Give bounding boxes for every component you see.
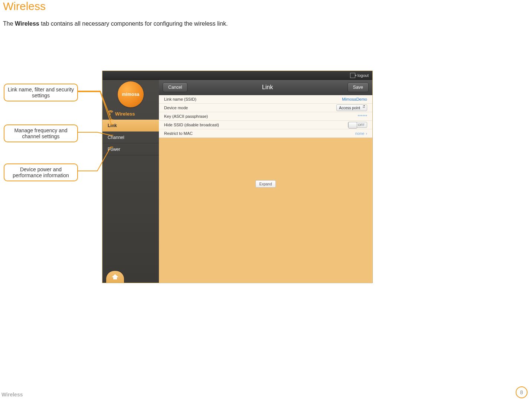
top-bar: logout bbox=[102, 71, 372, 80]
device-mode-select[interactable]: Access point bbox=[336, 104, 367, 111]
row-mac-label: Restrict to MAC bbox=[164, 131, 193, 136]
row-restrict-mac: Restrict to MAC none› bbox=[159, 129, 372, 137]
page-number-value: 8 bbox=[520, 389, 523, 395]
wifi-icon bbox=[107, 112, 113, 116]
settings-list: Link name (SSID) MimosaDemo Device mode … bbox=[159, 95, 372, 138]
sidebar-section-wireless[interactable]: Wireless bbox=[102, 109, 159, 120]
sidebar-item-label: Link bbox=[108, 123, 117, 128]
cancel-button[interactable]: Cancel bbox=[163, 82, 187, 92]
sidebar-item-link[interactable]: Link bbox=[102, 120, 159, 132]
home-button[interactable] bbox=[106, 271, 124, 283]
intro-bold: Wireless bbox=[15, 20, 39, 27]
main-panel: Cancel Link Save Link name (SSID) Mimosa… bbox=[159, 80, 372, 283]
panel-header: Cancel Link Save bbox=[159, 80, 372, 95]
ssid-value[interactable]: MimosaDemo bbox=[342, 97, 367, 101]
sidebar: mimosa Wireless Link Channel Power bbox=[102, 80, 159, 283]
sidebar-item-label: Power bbox=[108, 147, 120, 152]
intro-pre: The bbox=[3, 20, 15, 27]
logo: mimosa bbox=[118, 81, 144, 107]
toggle-knob bbox=[348, 122, 357, 129]
sidebar-section-label: Wireless bbox=[115, 111, 135, 117]
row-mode-label: Device mode bbox=[164, 106, 188, 110]
logo-text: mimosa bbox=[122, 92, 139, 97]
row-hide-ssid: Hide SSID (disable broadcast) OFF bbox=[159, 121, 372, 129]
callout-channel: Manage frequency and channel settings bbox=[4, 124, 78, 142]
chevron-right-icon: › bbox=[366, 131, 367, 136]
panel-title: Link bbox=[262, 84, 273, 91]
app-window: logout mimosa Wireless Link Channel P bbox=[102, 71, 373, 283]
logout-link[interactable]: logout bbox=[358, 73, 369, 78]
expand-button[interactable]: Expand bbox=[255, 180, 276, 188]
page-number: 8 bbox=[516, 386, 528, 398]
row-ssid: Link name (SSID) MimosaDemo bbox=[159, 95, 372, 104]
sidebar-item-label: Channel bbox=[108, 135, 124, 140]
mac-value-text: none bbox=[355, 131, 364, 136]
intro-post: tab contains all necessary components fo… bbox=[39, 20, 228, 27]
restrict-mac-value[interactable]: none› bbox=[355, 131, 367, 136]
logo-area: mimosa bbox=[102, 80, 159, 109]
sidebar-item-channel[interactable]: Channel bbox=[102, 132, 159, 143]
toggle-off-label: OFF bbox=[358, 123, 365, 127]
row-device-mode: Device mode Access point bbox=[159, 104, 372, 112]
row-hide-label: Hide SSID (disable broadcast) bbox=[164, 123, 219, 127]
home-icon bbox=[112, 274, 118, 279]
key-value[interactable]: ****** bbox=[358, 114, 367, 119]
hide-ssid-toggle[interactable]: OFF bbox=[348, 122, 367, 128]
logout-icon bbox=[350, 73, 355, 78]
row-key-label: Key (ASCII passphrase) bbox=[164, 114, 208, 119]
callout-link: Link name, filter and security settings bbox=[4, 84, 78, 101]
row-ssid-label: Link name (SSID) bbox=[164, 97, 196, 101]
callout-power: Device power and performance information bbox=[4, 163, 78, 181]
save-button[interactable]: Save bbox=[347, 82, 369, 92]
intro-text: The Wireless tab contains all necessary … bbox=[3, 20, 228, 27]
sidebar-item-power[interactable]: Power bbox=[102, 143, 159, 155]
row-key: Key (ASCII passphrase) ****** bbox=[159, 112, 372, 121]
page-title: Wireless bbox=[3, 0, 46, 13]
footer-section: Wireless bbox=[1, 392, 23, 398]
